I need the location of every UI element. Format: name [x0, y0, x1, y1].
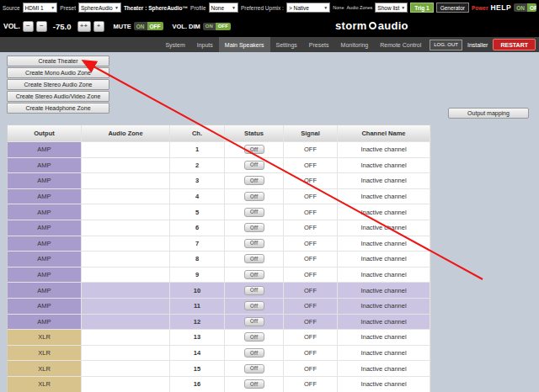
status-off-button[interactable]: Off [244, 208, 264, 217]
audio-zones-value: Show list [377, 5, 399, 11]
power-label[interactable]: Power [472, 5, 488, 11]
tab-main-speakers[interactable]: Main Speakers [219, 37, 270, 52]
logout-button[interactable]: LOG. OUT [430, 40, 462, 50]
status-off-button[interactable]: Off [244, 301, 264, 310]
name-cell: Inactive channel [338, 142, 430, 158]
table-row: AMP7OffOFFInactive channel [8, 236, 430, 252]
generator-button[interactable]: Generator [436, 3, 469, 13]
toggle-off-segment[interactable]: OFF [527, 3, 536, 12]
tab-settings[interactable]: Settings [270, 37, 303, 52]
status-off-button[interactable]: Off [244, 270, 264, 279]
zone-cell [82, 252, 170, 268]
tab-monitoring[interactable]: Monitoring [335, 37, 375, 52]
signal-cell: OFF [284, 283, 338, 299]
name-cell: Inactive channel [338, 315, 430, 331]
ch-cell: 2 [170, 158, 225, 174]
audio-zones-select[interactable]: Show list ▼ [375, 3, 408, 13]
table-row: AMP10OffOFFInactive channel [8, 283, 430, 299]
status-off-button[interactable]: Off [244, 145, 264, 154]
toggle-off-segment[interactable]: OFF [147, 22, 163, 30]
output-mapping-button[interactable]: Output mapping [448, 108, 529, 119]
status-off-button[interactable]: Off [244, 223, 264, 232]
status-off-button[interactable]: Off [244, 286, 264, 295]
name-cell: Inactive channel [338, 158, 430, 174]
vol-dim-label: VOL. DIM [173, 23, 200, 30]
signal-cell: OFF [284, 189, 338, 205]
table-header: OutputAudio ZoneCh.StatusSignalChannel N… [8, 125, 430, 142]
tab-presets[interactable]: Presets [303, 37, 335, 52]
trig-button[interactable]: Trig 1 [410, 3, 433, 13]
create-mono-audio-zone-button[interactable]: Create Mono Audio Zone [7, 67, 109, 78]
status-cell: Off [225, 158, 284, 174]
status-cell: Off [225, 142, 284, 158]
zone-cell [82, 315, 170, 331]
status-cell: Off [225, 173, 284, 189]
upmix-select[interactable]: > Native ▼ [286, 3, 330, 13]
output-cell: AMP [8, 189, 82, 205]
volume-up-fast-button[interactable]: ++ [77, 21, 91, 32]
ch-cell: 11 [170, 299, 225, 315]
volume-down-button[interactable]: − [36, 21, 47, 32]
table-row: AMP2OffOFFInactive channel [8, 158, 430, 174]
status-off-button[interactable]: Off [244, 348, 264, 358]
volume-down-fast-button[interactable]: − [23, 21, 34, 32]
column-header-audio-zone: Audio Zone [82, 125, 170, 142]
column-header-signal: Signal [284, 125, 338, 142]
ch-cell: 16 [170, 377, 225, 392]
create-stereo-audio-video-zone-button[interactable]: Create Stereo Audio/Video Zone [7, 91, 109, 102]
zone-cell [82, 204, 170, 220]
tab-remote-control[interactable]: Remote Control [374, 37, 427, 52]
profile-select[interactable]: None ▼ [209, 3, 238, 13]
name-cell: Inactive channel [338, 236, 430, 252]
restart-button[interactable]: RESTART [493, 39, 536, 50]
source-value: HDMI 1 [25, 5, 44, 11]
chevron-down-icon: ▼ [232, 5, 236, 10]
create-stereo-audio-zone-button[interactable]: Create Stereo Audio Zone [7, 79, 109, 90]
toggle-off-segment[interactable]: OFF [216, 23, 231, 30]
output-cell: AMP [8, 142, 82, 158]
signal-cell: OFF [284, 158, 338, 174]
source-select[interactable]: HDMI 1 ▼ [23, 3, 58, 13]
status-off-button[interactable]: Off [244, 239, 264, 248]
ch-cell: 6 [170, 220, 225, 236]
volume-up-button[interactable]: + [93, 21, 104, 32]
toggle-on-segment[interactable]: ON [203, 23, 216, 30]
status-cell: Off [225, 283, 284, 299]
column-header-channel-name: Channel Name [338, 125, 430, 142]
status-off-button[interactable]: Off [244, 254, 264, 263]
upmix-status: None [333, 5, 344, 10]
nav-tabs: SystemInputsMain SpeakersSettingsPresets… [159, 37, 427, 52]
chevron-down-icon: ▼ [401, 5, 405, 10]
signal-cell: OFF [284, 346, 338, 362]
tab-system[interactable]: System [159, 37, 190, 52]
status-cell: Off [225, 346, 284, 362]
status-off-button[interactable]: Off [244, 176, 264, 185]
output-cell: AMP [8, 299, 82, 315]
volume-value: -75.0 [53, 22, 72, 31]
status-cell: Off [225, 315, 284, 331]
status-off-button[interactable]: Off [244, 379, 264, 389]
status-cell: Off [225, 252, 284, 268]
toggle-on-segment[interactable]: ON [514, 3, 527, 12]
tab-inputs[interactable]: Inputs [191, 37, 219, 52]
audio-zones-label: Audio Zones [346, 5, 372, 10]
preset-select[interactable]: SphereAudio ▼ [78, 3, 121, 13]
help-label[interactable]: HELP [490, 3, 511, 12]
help-toggle[interactable]: ON OFF [514, 3, 536, 12]
toggle-on-segment[interactable]: ON [134, 22, 147, 30]
ch-cell: 9 [170, 268, 225, 283]
ch-cell: 1 [170, 142, 225, 158]
status-off-button[interactable]: Off [244, 332, 264, 342]
vol-dim-toggle[interactable]: ON OFF [203, 23, 231, 30]
status-off-button[interactable]: Off [244, 364, 264, 373]
volume-label: VOL. [3, 22, 20, 30]
mute-toggle[interactable]: ON OFF [134, 22, 163, 30]
output-cell: XLR [8, 361, 82, 377]
status-off-button[interactable]: Off [244, 317, 264, 326]
signal-cell: OFF [284, 377, 338, 392]
create-theater-button[interactable]: Create Theater [7, 56, 109, 66]
create-headphone-zone-button[interactable]: Create Headphone Zone [7, 103, 109, 114]
status-off-button[interactable]: Off [244, 192, 264, 201]
status-off-button[interactable]: Off [244, 161, 264, 170]
status-cell: Off [225, 189, 284, 205]
